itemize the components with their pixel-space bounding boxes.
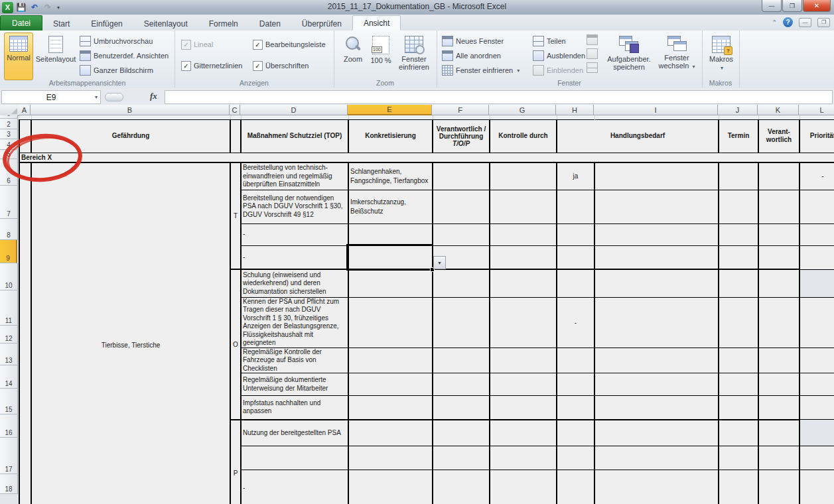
row-header-13[interactable]: 13: [0, 344, 18, 365]
cell-d14[interactable]: Impfstatus nachhalten und anpassen: [241, 396, 348, 420]
insert-function-icon[interactable]: fx: [150, 91, 157, 101]
select-all-corner[interactable]: [0, 105, 19, 116]
custom-views-button[interactable]: Benutzerdef. Ansichten: [80, 50, 169, 62]
column-header-g[interactable]: G: [489, 105, 556, 115]
headings-checkbox[interactable]: ✓ Überschriften: [253, 60, 326, 72]
header-verantwortlich-durchfuehrung[interactable]: Verantwortlich / Durchführung T/O/P: [433, 119, 490, 153]
column-header-h[interactable]: H: [556, 105, 594, 115]
full-screen-button[interactable]: Ganzer Bildschirm: [80, 64, 169, 76]
column-header-i[interactable]: I: [594, 105, 718, 115]
formula-bar-checkbox[interactable]: ✓ Bearbeitungsleiste: [253, 38, 326, 50]
tab-seitenlayout[interactable]: Seitenlayout: [133, 17, 198, 31]
cell-top-group-p[interactable]: P: [230, 420, 241, 504]
cell-h6-ja[interactable]: ja: [557, 162, 594, 190]
zoom-to-selection-button[interactable]: Fenster einfrieren: [393, 32, 435, 80]
workbook-restore-icon[interactable]: ❐: [817, 18, 830, 27]
cell-d15[interactable]: Nutzung der bereitgestellten PSA: [241, 420, 348, 446]
cell-d10[interactable]: Schulung (einweisend und wiederkehrend) …: [241, 269, 348, 297]
row-header-12[interactable]: 12: [0, 326, 18, 344]
row-header-15[interactable]: 15: [0, 389, 18, 414]
cell-k6[interactable]: [758, 162, 799, 190]
zoom-100-button[interactable]: 100 100 %: [368, 32, 393, 80]
page-break-preview-button[interactable]: Umbruchvorschau: [80, 35, 169, 47]
cell-e6[interactable]: Schlangenhaken, Fangschlinge, Tierfangbo…: [348, 162, 433, 190]
tab-start[interactable]: Start: [42, 17, 80, 31]
section-label-bereich-x[interactable]: Bereich X: [19, 153, 834, 162]
tab-formeln[interactable]: Formeln: [198, 17, 249, 31]
row-header-10[interactable]: 10: [0, 263, 18, 290]
cell-d8[interactable]: -: [241, 223, 348, 245]
formula-bar-splitter[interactable]: [105, 93, 123, 101]
column-header-f[interactable]: F: [432, 105, 489, 115]
cell-d12[interactable]: Regelmäßige Kontrolle der Fahrzeuge auf …: [241, 347, 348, 373]
switch-windows-button[interactable]: Fenster wechseln ▾: [654, 32, 699, 80]
column-header-d[interactable]: D: [240, 105, 348, 115]
column-header-a[interactable]: A: [19, 105, 31, 115]
name-box-dropdown-icon[interactable]: ▾: [95, 94, 98, 100]
column-header-j[interactable]: J: [718, 105, 758, 115]
row-header-18[interactable]: 18: [0, 474, 18, 494]
row-header-2[interactable]: 2: [0, 119, 18, 129]
tab-ueberpruefen[interactable]: Überprüfen: [291, 17, 352, 31]
cell-d16[interactable]: [241, 446, 348, 470]
column-header-k[interactable]: K: [758, 105, 799, 115]
page-layout-view-button[interactable]: Seitenlayout: [33, 32, 78, 80]
workbook-minimize-icon[interactable]: —: [799, 18, 811, 27]
cell-d17[interactable]: -: [241, 470, 348, 504]
header-termin[interactable]: Termin: [719, 119, 758, 153]
cell-f6[interactable]: [433, 162, 490, 190]
cell-a-body[interactable]: [19, 162, 31, 504]
row-header-5[interactable]: 5: [0, 150, 18, 159]
tab-ansicht[interactable]: Ansicht: [352, 15, 401, 31]
minimize-button[interactable]: —: [762, 0, 782, 12]
name-box[interactable]: E9 ▾: [1, 90, 101, 104]
cell-g6[interactable]: [490, 162, 557, 190]
cell-top-group-t[interactable]: T: [230, 162, 241, 269]
row-header-16[interactable]: 16: [0, 414, 18, 438]
close-button[interactable]: ✕: [803, 0, 831, 12]
row-header-14[interactable]: 14: [0, 365, 18, 389]
cell-l6[interactable]: -: [799, 162, 834, 190]
restore-button[interactable]: ❐: [782, 0, 802, 12]
split-button[interactable]: Teilen: [533, 35, 585, 47]
row-header-3[interactable]: 3: [0, 129, 18, 139]
cell-h11[interactable]: -: [557, 297, 594, 347]
cell-e7[interactable]: Imkerschutzanzug, Beißschutz: [348, 190, 433, 223]
cell-d9[interactable]: -: [241, 245, 348, 269]
zoom-button[interactable]: Zoom: [338, 32, 368, 80]
cell-d7[interactable]: Bereitstellung der notwendigen PSA nach …: [241, 190, 348, 223]
row-header-7[interactable]: 7: [0, 186, 18, 219]
new-window-button[interactable]: Neues Fenster: [442, 35, 520, 47]
header-cell-a[interactable]: [19, 119, 31, 153]
cell-j6[interactable]: [719, 162, 758, 190]
row-header-6[interactable]: 6: [0, 159, 18, 186]
header-cell-c[interactable]: [230, 119, 241, 153]
header-handlungsbedarf[interactable]: Handlungsbedarf: [557, 119, 719, 153]
cell-d6[interactable]: Bereitstellung von technisch-einwandfrei…: [241, 162, 348, 190]
column-header-c[interactable]: C: [230, 105, 240, 115]
normal-view-button[interactable]: Normal: [4, 32, 33, 80]
macros-button[interactable]: ? Makros▾: [705, 32, 737, 80]
cell-top-group-o[interactable]: O: [230, 269, 241, 420]
row-header-11[interactable]: 11: [0, 290, 18, 326]
header-verantwortlich[interactable]: Verant- wortlich: [758, 119, 799, 153]
cell-gefaehrdung-value[interactable]: Tierbisse, Tierstiche: [31, 162, 230, 504]
minimize-ribbon-icon[interactable]: ⌃: [772, 19, 777, 26]
column-header-b[interactable]: B: [31, 105, 230, 115]
header-prioritaet[interactable]: Priorität: [799, 119, 834, 153]
hide-button[interactable]: Ausblenden: [533, 50, 585, 62]
row-header-8[interactable]: 8: [0, 219, 18, 240]
arrange-all-button[interactable]: Alle anordnen: [442, 50, 520, 62]
header-gefaehrdung[interactable]: Gefährdung: [31, 119, 230, 153]
header-massnahmen[interactable]: Maßnahmen/ Schutzziel (TOP): [241, 119, 348, 153]
freeze-panes-button[interactable]: Fenster einfrieren ▾: [442, 64, 520, 76]
data-validation-dropdown-icon[interactable]: ▼: [433, 256, 446, 269]
row-header-17[interactable]: 17: [0, 438, 18, 474]
tab-einfuegen[interactable]: Einfügen: [80, 17, 133, 31]
gridlines-checkbox[interactable]: ✓ Gitternetzlinien: [181, 60, 242, 72]
tab-datei[interactable]: Datei: [0, 15, 42, 31]
column-header-e[interactable]: E: [348, 105, 432, 115]
row-header-4[interactable]: 4: [0, 139, 18, 150]
row-header-9[interactable]: 9: [0, 240, 17, 263]
help-icon[interactable]: ?: [783, 17, 793, 27]
